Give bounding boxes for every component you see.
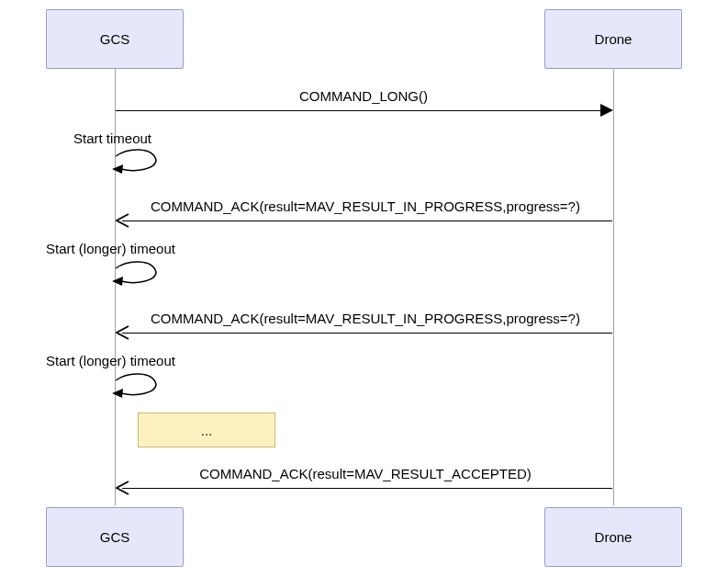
- arrowhead-left-open: [116, 213, 130, 228]
- participant-gcs-bottom: GCS: [46, 507, 184, 567]
- arrowhead-right-solid: [600, 104, 615, 117]
- participant-label: GCS: [100, 529, 130, 545]
- self-loop-icon: [108, 149, 163, 176]
- note-text: ...: [201, 423, 213, 438]
- self-message-longer-timeout-1: Start (longer) timeout: [46, 241, 175, 256]
- arrow-line: [122, 333, 612, 334]
- self-message-start-timeout: Start timeout: [73, 130, 151, 146]
- svg-marker-1: [112, 164, 123, 174]
- self-loop-icon: [108, 261, 163, 288]
- svg-marker-0: [600, 104, 613, 117]
- self-loop-icon: [108, 373, 163, 401]
- message-ack-accepted: COMMAND_ACK(result=MAV_RESULT_ACCEPTED): [199, 466, 532, 481]
- note-ellipsis: ...: [138, 413, 275, 447]
- participant-label: GCS: [100, 31, 130, 47]
- participant-drone-bottom: Drone: [544, 507, 682, 567]
- lifeline-drone: [613, 69, 614, 505]
- arrow-line: [116, 110, 606, 111]
- arrowhead-left-open: [116, 481, 130, 495]
- arrow-line: [122, 488, 612, 489]
- participant-label: Drone: [595, 529, 633, 545]
- svg-marker-3: [112, 389, 123, 398]
- message-command-long: COMMAND_LONG(): [299, 88, 428, 104]
- participant-drone-top: Drone: [544, 9, 682, 69]
- arrow-line: [122, 221, 612, 221]
- participant-label: Drone: [595, 31, 633, 47]
- message-ack-in-progress-2: COMMAND_ACK(result=MAV_RESULT_IN_PROGRES…: [151, 311, 580, 326]
- arrowhead-left-open: [116, 325, 130, 340]
- participant-gcs-top: GCS: [46, 9, 184, 69]
- self-message-longer-timeout-2: Start (longer) timeout: [46, 353, 175, 368]
- svg-marker-2: [112, 277, 123, 286]
- message-ack-in-progress-1: COMMAND_ACK(result=MAV_RESULT_IN_PROGRES…: [151, 198, 580, 214]
- sequence-diagram: GCS Drone COMMAND_LONG() Start timeout C…: [0, 0, 728, 577]
